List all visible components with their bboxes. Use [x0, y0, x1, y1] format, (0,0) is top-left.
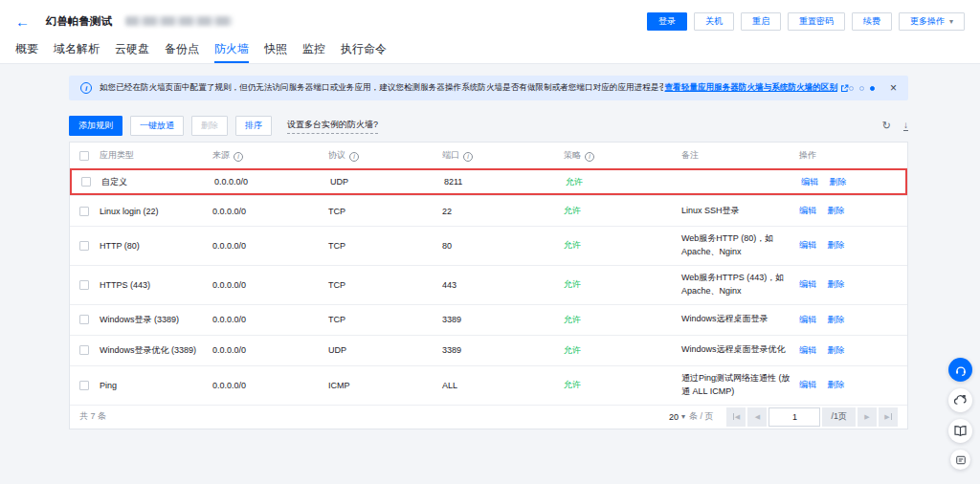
delete-link[interactable]: 删除 — [828, 315, 845, 324]
rule-protocol: TCP — [328, 241, 442, 251]
rule-type: HTTPS (443) — [100, 280, 212, 290]
column-header-source: 来源i — [212, 149, 328, 162]
delete-button[interactable]: 删除 — [191, 116, 228, 136]
tab[interactable]: 备份点 — [165, 42, 199, 63]
edit-link[interactable]: 编辑 — [799, 206, 816, 215]
rule-port: ALL — [442, 381, 564, 390]
tab[interactable]: 执行命令 — [341, 42, 387, 63]
rule-protocol: UDP — [330, 177, 444, 187]
tab[interactable]: 快照 — [264, 42, 287, 63]
rule-port: 443 — [442, 280, 564, 290]
table-row: Ping 0.0.0.0/0 ICMP ALL 允许 通过Ping测试网络连通性… — [70, 365, 907, 405]
header-action-button[interactable]: 更多操作 ▾ — [899, 12, 965, 31]
rule-port: 8211 — [444, 177, 566, 187]
rule-source: 0.0.0.0/0 — [212, 207, 328, 216]
header-action-button[interactable]: 关机 ▾ — [694, 12, 734, 31]
first-page-button[interactable]: ◀ — [726, 407, 746, 427]
survey-fab[interactable] — [950, 450, 970, 470]
row-checkbox[interactable] — [79, 280, 89, 290]
column-header-remark: 备注 — [681, 149, 799, 163]
header-action-button[interactable]: 续费 ▾ — [852, 12, 892, 31]
tab[interactable]: 云硬盘 — [115, 42, 149, 63]
carousel-dot-active[interactable] — [870, 86, 875, 91]
delete-link[interactable]: 删除 — [828, 240, 845, 250]
header-action-button[interactable]: 登录 ▾ — [647, 12, 687, 31]
chevron-down-icon[interactable]: ▾ — [681, 412, 685, 421]
rule-source: 0.0.0.0/0 — [212, 315, 328, 324]
top-bar: ← 幻兽帕鲁测试 登录 ▾ 关机 ▾ 重启 ▾ — [0, 0, 980, 64]
firewall-diff-link[interactable]: 查看轻量应用服务器防火墙与系统防火墙的区别 — [665, 82, 837, 94]
firewall-rules-table: 应用类型 来源i 协议i 端口i 策略i 备注 操作 自定义 0.0.0.0/0… — [69, 142, 908, 429]
table-row: Windows登录 (3389) 0.0.0.0/0 TCP 3389 允许 W… — [70, 304, 907, 335]
delete-link[interactable]: 删除 — [828, 279, 845, 289]
sort-button[interactable]: 排序 — [235, 116, 272, 136]
rule-source: 0.0.0.0/0 — [212, 280, 328, 290]
rule-policy: 允许 — [564, 205, 681, 217]
table-body: 自定义 0.0.0.0/0 UDP 8211 允许 编辑 删除 Linux lo… — [70, 168, 907, 405]
rule-policy: 允许 — [564, 314, 681, 326]
rule-policy: 允许 — [564, 239, 681, 252]
page-number-input[interactable]: 1 — [768, 407, 820, 427]
row-checkbox[interactable] — [79, 207, 89, 216]
last-page-button[interactable]: ▶ — [879, 407, 898, 427]
multi-instance-firewall-link[interactable]: 设置多台实例的防火墙? — [287, 119, 378, 134]
rule-remark: Web服务HTTPS (443)，如 Apache、Nginx — [681, 272, 799, 298]
info-icon[interactable]: i — [585, 152, 594, 162]
rule-type: Linux login (22) — [100, 207, 212, 216]
row-checkbox[interactable] — [79, 345, 89, 355]
rule-type: Windows登录优化 (3389) — [100, 344, 212, 357]
rule-actions: 编辑 删除 — [801, 176, 905, 188]
notice-text: 如您已经在防火墙页面中配置了规则，但仍无法访问服务器端口或业务应用，建议您检测服… — [100, 82, 663, 94]
info-icon[interactable]: i — [234, 152, 243, 162]
rule-policy: 允许 — [564, 344, 681, 357]
carousel-dot[interactable] — [859, 86, 864, 91]
tab[interactable]: 监控 — [302, 42, 325, 63]
edit-link[interactable]: 编辑 — [799, 380, 816, 389]
close-icon[interactable]: × — [890, 82, 897, 94]
column-header-type: 应用类型 — [100, 149, 212, 162]
edit-link[interactable]: 编辑 — [799, 279, 816, 289]
table-row: HTTP (80) 0.0.0.0/0 TCP 80 允许 Web服务HTTP … — [70, 226, 907, 265]
tab[interactable]: 概要 — [15, 42, 38, 63]
info-icon[interactable]: i — [463, 152, 473, 162]
rule-actions: 编辑 删除 — [799, 314, 907, 326]
rule-policy: 允许 — [564, 379, 681, 391]
delete-link[interactable]: 删除 — [828, 206, 845, 215]
row-checkbox[interactable] — [79, 381, 89, 390]
per-page-value[interactable]: 20 — [669, 412, 679, 422]
download-icon[interactable]: ↓ — [903, 121, 908, 131]
row-checkbox[interactable] — [79, 241, 89, 251]
refresh-icon[interactable]: ↻ — [882, 121, 891, 131]
cloud-fab[interactable] — [948, 388, 972, 412]
docs-fab[interactable] — [948, 419, 972, 443]
info-icon[interactable]: i — [349, 152, 359, 162]
tab[interactable]: 防火墙 — [214, 42, 249, 63]
header-action-button[interactable]: 重启 ▾ — [741, 12, 781, 31]
rule-remark: 通过Ping测试网络连通性 (放通 ALL ICMP) — [681, 372, 799, 399]
delete-link[interactable]: 删除 — [828, 345, 845, 355]
edit-link[interactable]: 编辑 — [801, 177, 818, 187]
support-fab[interactable] — [948, 358, 972, 382]
tab[interactable]: 域名解析 — [54, 42, 100, 63]
rule-protocol: TCP — [328, 280, 442, 290]
prev-page-button[interactable]: ◀ — [747, 407, 767, 427]
row-checkbox[interactable] — [81, 177, 91, 187]
next-page-button[interactable]: ▶ — [858, 407, 877, 427]
row-checkbox[interactable] — [79, 315, 89, 324]
delete-link[interactable]: 删除 — [830, 177, 847, 187]
rule-actions: 编辑 删除 — [799, 278, 907, 291]
table-row: 自定义 0.0.0.0/0 UDP 8211 允许 编辑 删除 — [70, 168, 907, 195]
add-rule-button[interactable]: 添加规则 — [69, 116, 122, 136]
select-all-checkbox[interactable] — [79, 151, 89, 161]
edit-link[interactable]: 编辑 — [799, 315, 816, 324]
back-icon[interactable]: ← — [15, 14, 30, 29]
edit-link[interactable]: 编辑 — [799, 345, 816, 355]
allow-all-button[interactable]: 一键放通 — [130, 116, 184, 136]
header-action-button[interactable]: 重置密码 ▾ — [788, 12, 845, 31]
external-link-icon[interactable] — [840, 84, 849, 93]
delete-link[interactable]: 删除 — [828, 380, 845, 389]
carousel-dot[interactable] — [849, 86, 854, 91]
headset-icon — [954, 363, 968, 377]
page-buttons: ◀ ◀ 1 /1页 ▶ ▶ — [726, 407, 898, 427]
edit-link[interactable]: 编辑 — [799, 240, 816, 250]
